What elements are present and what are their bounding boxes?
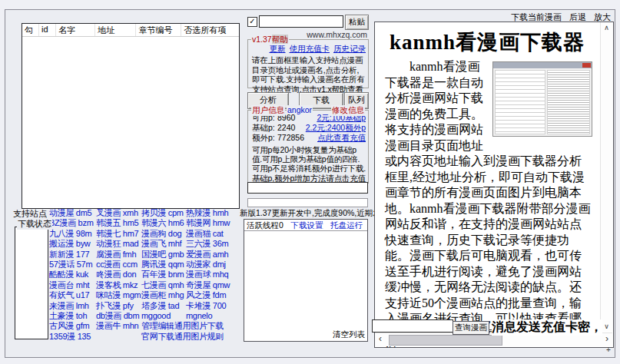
site-link[interactable]: 酷酷漫 kuk	[49, 270, 94, 280]
site-link[interactable]: 1359漫 135	[49, 332, 94, 342]
site-link[interactable]: 土豪漫 toh	[49, 311, 94, 321]
vertical-scrollbar[interactable]	[600, 22, 613, 332]
site-link[interactable]: 动漫狂 mad	[96, 239, 141, 249]
site-link[interactable]: 漫客栈 mkz	[96, 280, 141, 290]
site-link[interactable]: 管理编辑通用图片下载	[141, 321, 224, 331]
site-link[interactable]: db漫画 dbm	[96, 311, 141, 321]
site-link[interactable]: BZ漫画 bzm	[49, 218, 94, 228]
table-header-cell: 名字	[56, 24, 95, 36]
site-link[interactable]: mgnelo	[186, 311, 230, 321]
site-link[interactable]: cc漫画 ccm	[96, 260, 141, 270]
user-info-label: 用户信息	[251, 105, 285, 116]
site-link[interactable]: 奇漫屋 qmw	[186, 280, 230, 290]
site-link[interactable]: 扑飞漫 pfy	[96, 301, 141, 311]
site-link[interactable]: 漫画台 mht	[49, 280, 94, 290]
help-group-label-suffix: 帮助	[272, 35, 288, 44]
site-link[interactable]: 卡堆漫 700	[186, 301, 230, 311]
points-row: 额外p: 772856 点此查看充值	[252, 133, 366, 143]
site-link[interactable]: 来漫画 lmh	[49, 301, 94, 311]
site-link[interactable]: 搬运漫 byw	[49, 239, 94, 249]
site-link[interactable]: 风之漫 fdm	[186, 290, 230, 300]
help-group-label-prefix: v1.37	[252, 35, 272, 44]
extra-points-label: 额外p:	[252, 133, 277, 143]
thumbnail-body	[493, 68, 592, 136]
site-link[interactable]: 漫画猫 cat	[186, 229, 230, 239]
table-header-cell: 勾	[22, 24, 39, 36]
base-points-value: 2240	[277, 123, 306, 133]
points-row: 基础p: 2240 2.2元:2400额外p	[252, 123, 366, 133]
table-header-cell: id	[39, 24, 56, 36]
site-link[interactable]: 热辣漫 hmh	[186, 208, 230, 218]
horizontal-scrollbar-thumb[interactable]	[389, 335, 502, 346]
site-link[interactable]: 三六漫 36m	[186, 239, 230, 249]
base-points-label: 基础p:	[252, 123, 277, 133]
site-link[interactable]: 漫画牛 mhn	[96, 321, 141, 331]
comic-query-input[interactable]	[372, 319, 453, 333]
site-link[interactable]: 官网下载通用图片规则	[141, 332, 224, 342]
clear-list-link[interactable]: 清空列表	[333, 329, 365, 340]
doc-tail-text: 消息发送充值卡密，	[492, 319, 602, 336]
modify-info-link[interactable]: 修改信息	[331, 105, 365, 116]
table-header-cell: 地址	[95, 24, 136, 36]
status-text: 新版1.37更新开发中,完成度90%,近期发布.	[240, 208, 391, 219]
checkbox-checked[interactable]	[247, 17, 257, 27]
site-list-column: 动漫屋 dm5BZ漫画 bzm九八漫 98m搬运漫 byw新新漫 17757漫话…	[49, 208, 94, 342]
app-screenshot-thumbnail	[492, 61, 592, 137]
update-link[interactable]: 更新	[270, 44, 286, 55]
use-recharge-card-link[interactable]: 使用充值卡	[290, 44, 330, 55]
site-link[interactable]: 韩漫网 hmw	[186, 218, 230, 228]
table-header-cell: 章节编号	[136, 24, 181, 36]
thumbnail-right-pane	[547, 70, 590, 134]
site-link[interactable]: 动漫屋 dm5	[49, 208, 94, 218]
site-link[interactable]: 古风漫 gfm	[49, 321, 94, 331]
site-link[interactable]: 叉漫画 xmh	[96, 208, 141, 218]
progress-bar	[247, 198, 368, 207]
site-list-column: 热辣漫 hmh韩漫网 hmw漫画猫 cat三六漫 36m爱漫画 amh动漫家 d…	[186, 208, 230, 321]
download-list-box[interactable]: 活跃线程0 下载设置 托盘运行 清空列表	[244, 219, 368, 342]
threads-row: 活跃线程0 下载设置 托盘运行	[244, 220, 367, 231]
scroll-up-icon[interactable]	[601, 22, 612, 33]
chapter-table[interactable]: 勾id名字地址章节编号否选所有项	[22, 23, 240, 209]
history-link[interactable]: 历史记录	[333, 44, 366, 55]
table-header-cell: 否选所有项	[181, 24, 239, 36]
help-group-label: v1.37帮助	[251, 35, 289, 45]
username-label: angkor	[287, 105, 313, 114]
resize-grip-icon	[606, 346, 611, 354]
chapter-table-header: 勾id名字地址章节编号否选所有项	[22, 24, 239, 37]
query-comic-button[interactable]: 查询漫画	[453, 321, 489, 335]
url-input[interactable]	[259, 15, 343, 28]
site-list-column: 叉漫画 xmh韩漫五 hm5韩漫七 hm7动漫狂 mad腐漫画 fmhcc漫画 …	[96, 208, 141, 332]
thumbnail-left-pane	[495, 70, 545, 134]
paste-button[interactable]: 粘贴	[345, 15, 369, 30]
buy-extra-points-link[interactable]: 2.2元:2400额外p	[306, 123, 366, 133]
help-groupbox: v1.37帮助 更新 使用充值卡 历史记录 请在上面框里输入支持站点漫画目录页地…	[247, 39, 369, 88]
user-info-groupbox: 用户信息 angkor 修改信息 可用p: 8960 2元:100基础p 基础p…	[247, 110, 369, 184]
site-link[interactable]: 九八漫 98m	[49, 229, 94, 239]
active-threads-label: 活跃线程0	[247, 220, 283, 230]
site-link[interactable]: 爱漫画 amh	[186, 250, 230, 260]
help-document: kanmh看漫画下载器 kanmh看漫画下载器是一款自动分析漫画网站下载漫画的免…	[374, 22, 614, 348]
tray-run-link[interactable]: 托盘运行	[330, 220, 363, 230]
download-status-list[interactable]	[15, 227, 48, 339]
site-link[interactable]: 有妖气 u17	[49, 290, 94, 300]
site-link[interactable]: 韩漫五 hm5	[96, 218, 141, 228]
view-recharge-link[interactable]: 点此查看充值	[317, 133, 366, 143]
site-link[interactable]: 腐漫画 fmh	[96, 250, 141, 260]
site-link[interactable]: 动漫家 dmj	[186, 260, 230, 270]
site-link[interactable]: 咚漫画 don	[96, 270, 141, 280]
download-status-label: 下载状态	[17, 218, 52, 230]
site-link[interactable]: 漫画球 mhq	[186, 270, 230, 280]
scroll-right-icon[interactable]	[602, 333, 612, 346]
doc-title: kanmh看漫画下载器	[381, 28, 593, 56]
secondary-input[interactable]	[247, 182, 368, 194]
extra-points-value: 772856	[277, 133, 317, 143]
site-link[interactable]: 咪咕漫 mgm	[96, 290, 141, 300]
scroll-down-icon[interactable]	[601, 321, 612, 332]
scroll-left-icon[interactable]	[375, 333, 386, 346]
site-link[interactable]: 新新漫 177	[49, 250, 94, 260]
site-link[interactable]: 韩漫七 hm7	[96, 229, 141, 239]
download-settings-link[interactable]: 下载设置	[290, 220, 323, 230]
thumbnail-titlebar	[493, 62, 592, 68]
site-link[interactable]: 57漫话 57m	[49, 260, 94, 270]
thumbnail-close-icon	[582, 63, 591, 68]
